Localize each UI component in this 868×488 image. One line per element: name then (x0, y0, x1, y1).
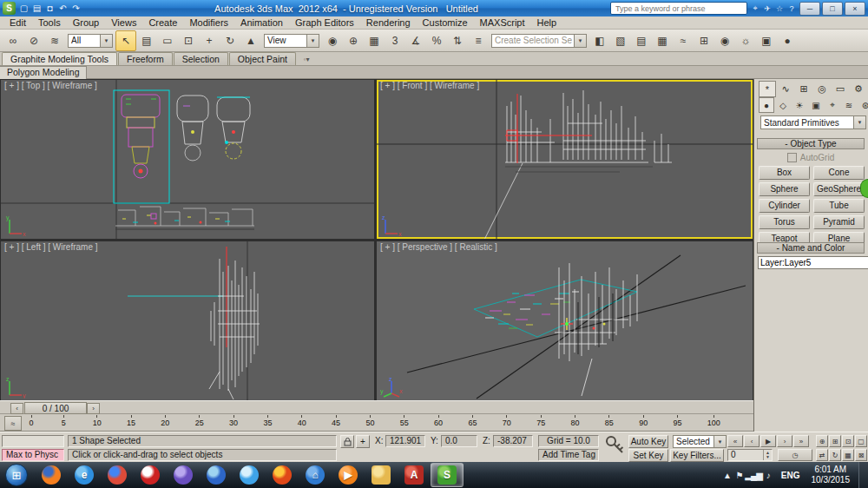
3ds-max-logo-icon[interactable]: S (3, 2, 16, 15)
command-panel-tab-display[interactable]: ▭ (832, 81, 849, 97)
menu-tools[interactable]: Tools (32, 16, 67, 30)
viewport-left[interactable]: [ + ] [ Left ] [ Wireframe ] z y (1, 241, 374, 400)
select-and-link-icon[interactable]: ∞ (3, 30, 23, 51)
named-selection-set-dropdown[interactable]: Create Selection Se (491, 34, 587, 48)
object-type-tube[interactable]: Tube (813, 199, 865, 213)
start-button[interactable] (5, 464, 28, 486)
save-file-icon[interactable]: ◘ (43, 3, 56, 15)
viewport-top-label[interactable]: [ + ] [ Top ] [ Wireframe ] (4, 81, 97, 90)
object-type-pyramid[interactable]: Pyramid (813, 215, 865, 229)
name-and-color-rollout-header[interactable]: - Name and Color (757, 242, 865, 254)
object-type-rollout-header[interactable]: - Object Type (757, 138, 865, 149)
time-configuration-button[interactable]: ◷ (778, 449, 812, 461)
window-crossing-icon[interactable]: ⊡ (178, 30, 199, 51)
trackbar-ruler[interactable]: 0510152025303540455055606570758085909510… (28, 415, 720, 431)
select-and-manipulate-icon[interactable]: ⊕ (343, 30, 364, 51)
taskbar-photo-viewer[interactable] (167, 463, 200, 487)
undo-icon[interactable]: ↶ (56, 3, 69, 15)
search-input[interactable] (614, 3, 744, 14)
taskbar-media-player[interactable] (200, 463, 233, 487)
ribbon-panel-polygon-modeling[interactable]: Polygon Modeling (0, 66, 87, 80)
tab-freeform[interactable]: Freeform (118, 52, 173, 65)
keyboard-shortcut-override-icon[interactable]: ▦ (364, 30, 385, 51)
select-object-icon[interactable]: ↖ (115, 30, 136, 51)
maxscript-listener-line[interactable] (2, 435, 64, 447)
object-name-input[interactable] (758, 256, 868, 269)
select-and-rotate-icon[interactable]: ↻ (220, 30, 240, 51)
time-slider-prev-button[interactable]: ‹ (10, 403, 23, 414)
taskbar-home-app[interactable]: ⌂ (299, 463, 332, 487)
search-icon[interactable]: ⌖ (749, 3, 761, 15)
taskbar-safari[interactable] (233, 463, 266, 487)
category-space-warps-icon[interactable]: ≋ (841, 97, 857, 113)
select-and-move-icon[interactable]: + (199, 30, 220, 51)
command-panel-tab-modify[interactable]: ∿ (777, 81, 794, 97)
category-shapes-icon[interactable]: ◇ (775, 97, 791, 113)
object-type-sphere[interactable]: Sphere (759, 182, 810, 196)
add-time-tag[interactable]: Add Time Tag (538, 449, 599, 461)
zoom-all-button[interactable]: ⊞ (829, 435, 841, 447)
action-center-icon[interactable]: ⚑ (733, 471, 745, 480)
maximize-button[interactable]: □ (822, 2, 843, 16)
object-type-cylinder[interactable]: Cylinder (759, 199, 810, 213)
schematic-view-icon[interactable]: ⊞ (694, 30, 714, 51)
menu-customize[interactable]: Customize (417, 16, 474, 30)
curve-editor-icon[interactable]: ≈ (673, 30, 694, 51)
taskbar-flame-app[interactable] (266, 463, 299, 487)
z-coordinate-field[interactable]: -38.207 (493, 435, 533, 447)
unlink-selection-icon[interactable]: ⊘ (23, 30, 44, 51)
menu-edit[interactable]: Edit (3, 16, 32, 30)
ribbon-toggle-icon[interactable]: ▦ (652, 30, 673, 51)
set-key-button[interactable]: Set Key (628, 449, 668, 462)
zoom-button[interactable]: ⊕ (816, 435, 828, 447)
object-type-torus[interactable]: Torus (759, 215, 810, 229)
reference-coordinate-dropdown[interactable]: View (264, 34, 319, 48)
spinner-snap-icon[interactable]: ⇅ (447, 30, 468, 51)
menu-group[interactable]: Group (67, 16, 106, 30)
panel-pull-tab[interactable] (860, 179, 868, 198)
key-filters-button[interactable]: Key Filters... (670, 449, 724, 462)
favorites-star-icon[interactable]: ☆ (773, 3, 786, 15)
close-button[interactable]: × (845, 2, 865, 16)
bind-to-space-warp-icon[interactable]: ≋ (44, 30, 65, 51)
open-file-icon[interactable]: ▤ (30, 3, 43, 15)
absolute-mode-icon[interactable]: + (356, 435, 370, 448)
taskbar-autodesk-app[interactable]: A (398, 463, 431, 487)
help-icon[interactable]: ? (786, 3, 798, 15)
taskbar-chrome[interactable] (101, 463, 134, 487)
language-indicator[interactable]: ENG (779, 471, 803, 480)
selection-lock-icon[interactable] (340, 435, 354, 448)
mirror-icon[interactable]: ◧ (589, 30, 610, 51)
command-panel-tab-motion[interactable]: ◎ (813, 81, 831, 97)
use-pivot-point-center-icon[interactable]: ◉ (322, 30, 343, 51)
angle-snap-icon[interactable]: ∡ (405, 30, 426, 51)
render-setup-icon[interactable]: ☼ (735, 30, 756, 51)
edit-named-selection-sets-icon[interactable]: ≡ (468, 30, 489, 51)
object-type-box[interactable]: Box (759, 166, 810, 180)
viewport-perspective-label[interactable]: [ + ] [ Perspective ] [ Realistic ] (380, 242, 497, 252)
redo-icon[interactable]: ↷ (69, 3, 82, 15)
select-by-name-icon[interactable]: ▤ (136, 30, 157, 51)
previous-frame-button[interactable]: ‹ (744, 435, 760, 447)
next-frame-button[interactable]: › (777, 435, 792, 447)
current-frame-field[interactable]: 0 ▲▼ (727, 449, 773, 461)
rectangular-selection-region-icon[interactable]: ▭ (157, 30, 178, 51)
taskbar-firefox[interactable] (35, 463, 68, 487)
menu-modifiers[interactable]: Modifiers (183, 16, 234, 30)
show-desktop-button[interactable] (858, 462, 868, 488)
render-production-icon[interactable]: ● (777, 30, 798, 51)
open-mini-curve-editor-icon[interactable]: ≈ (4, 416, 22, 431)
category-lights-icon[interactable]: ☀ (792, 97, 807, 113)
viewport-left-label[interactable]: [ + ] [ Left ] [ Wireframe ] (4, 242, 98, 252)
auto-key-button[interactable]: Auto Key (628, 435, 668, 448)
pan-button[interactable]: ⇄ (816, 449, 828, 461)
menu-graph-editors[interactable]: Graph Editors (289, 16, 360, 30)
zoom-extents-button[interactable]: ⊡ (842, 435, 854, 447)
menu-maxscript[interactable]: MAXScript (474, 16, 531, 30)
viewport-layout-button[interactable]: ⊠ (855, 449, 867, 461)
category-geometry-icon[interactable]: ● (759, 97, 774, 113)
viewport-top[interactable]: [ + ] [ Top ] [ Wireframe ] y x (1, 80, 374, 239)
rendered-frame-window-icon[interactable]: ▣ (756, 30, 777, 51)
new-scene-icon[interactable]: ▢ (17, 3, 30, 15)
x-coordinate-field[interactable]: 121.901 (385, 435, 425, 447)
